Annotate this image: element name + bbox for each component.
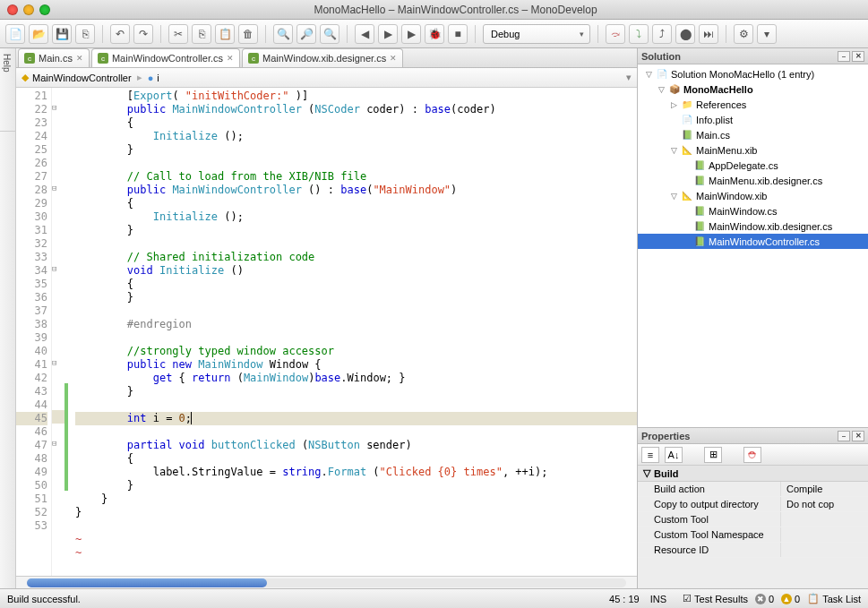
tree-node[interactable]: 📗Main.cs [638,127,868,142]
property-value[interactable] [781,512,868,527]
panel-close-button[interactable]: ✕ [852,51,864,62]
code-line[interactable]: { [75,116,637,130]
prop-alpha-icon[interactable]: A↓ [665,447,683,463]
debug-button[interactable]: 🐞 [425,24,444,44]
code-line[interactable]: } [75,143,637,157]
undo-button[interactable]: ↶ [110,24,130,44]
editor-tab[interactable]: cMainWindow.xib.designer.cs✕ [242,48,403,67]
expand-toggle-icon[interactable]: ▽ [669,146,678,155]
tree-node[interactable]: ▽📄Solution MonoMacHello (1 entry) [638,66,868,81]
redo-button[interactable]: ↷ [133,24,153,44]
continue-button[interactable]: ⏭ [699,24,718,44]
save-button[interactable]: 💾 [52,24,72,44]
open-button[interactable]: 📂 [29,24,48,44]
property-row[interactable]: Custom Tool Namespace [638,527,868,543]
delete-button[interactable]: 🗑 [238,24,258,44]
code-line[interactable]: } [75,479,637,492]
minimize-button[interactable] [23,4,34,15]
code-line[interactable] [75,398,637,412]
tool-button[interactable]: ⚙ [734,24,753,44]
property-row[interactable]: Resource ID [638,543,868,558]
panel-close-button[interactable]: ✕ [852,431,864,441]
code-line[interactable]: // Call to load from the XIB/NIB file [75,170,637,184]
property-value[interactable]: Do not cop [781,497,868,511]
tree-node[interactable]: ▽📦MonoMacHello [638,81,868,97]
code-line[interactable]: } [75,224,637,237]
solution-tree[interactable]: ▽📄Solution MonoMacHello (1 entry)▽📦MonoM… [638,64,868,427]
more-button[interactable]: ▾ [757,24,777,44]
horizontal-scrollbar[interactable] [16,576,637,588]
prop-category[interactable]: ▽Build [638,466,868,482]
panel-minimize-button[interactable]: – [838,51,850,62]
run-button[interactable]: ▶ [401,24,421,44]
code-line[interactable]: Initialize (); [75,130,637,143]
property-value[interactable] [781,543,868,557]
breadcrumb-member[interactable]: i [157,73,159,83]
step-over-button[interactable]: ⤼ [606,24,625,44]
tree-node[interactable]: 📗MainWindow.cs [638,203,868,218]
configuration-combo[interactable]: Debug [483,24,590,44]
fold-toggle[interactable]: ⊟ [52,437,64,450]
expand-toggle-icon[interactable]: ▽ [644,70,653,79]
editor-tab[interactable]: cMain.cs✕ [18,48,90,67]
code-line[interactable] [75,237,637,251]
replace-button[interactable]: 🔎 [296,24,316,44]
code-line[interactable]: [Export( "initWithCoder:" )] [75,90,637,103]
properties-grid[interactable]: Build actionCompileCopy to output direct… [638,482,868,588]
code-line[interactable] [75,157,637,170]
tree-node[interactable]: 📗MainMenu.xib.designer.cs [638,173,868,188]
cut-button[interactable]: ✂ [168,24,188,44]
code-line[interactable]: get { return (MainWindow)base.Window; } [75,372,637,385]
tree-node[interactable]: ▽📐MainWindow.xib [638,188,868,203]
step-into-button[interactable]: ⤵ [629,24,649,44]
code-line[interactable]: Initialize (); [75,210,637,224]
close-tab-icon[interactable]: ✕ [390,54,397,63]
property-row[interactable]: Build actionCompile [638,482,868,497]
step-out-button[interactable]: ⤴ [652,24,672,44]
code-line[interactable] [75,519,637,533]
zoom-button[interactable] [39,4,50,15]
close-tab-icon[interactable]: ✕ [227,54,234,63]
prop-categorized-icon[interactable]: ≡ [641,447,659,463]
code-line[interactable]: #endregion [75,318,637,331]
breadcrumb-class[interactable]: MainWindowController [32,73,132,83]
breadcrumb[interactable]: ◆MainWindowController ▸ ●i ▾ [16,68,637,88]
tree-node[interactable]: 📗AppDelegate.cs [638,158,868,173]
code-line[interactable]: label.StringValue = string.Format ("Clic… [75,466,637,479]
code-line[interactable]: { [75,278,637,291]
code-line[interactable] [75,331,637,345]
property-row[interactable]: Copy to output directoryDo not cop [638,497,868,512]
prop-help-icon[interactable]: ⛑ [743,447,761,463]
code-line[interactable] [75,304,637,318]
fold-toggle[interactable]: ⊟ [52,356,64,370]
code-line[interactable]: } [75,291,637,304]
code-editor[interactable]: 2122232425262728293031323334353637383940… [16,88,637,576]
close-button[interactable] [7,4,18,15]
pad-tab-help[interactable]: Help [0,48,13,132]
tree-node[interactable]: ▽📐MainMenu.xib [638,142,868,158]
code-line[interactable]: public new MainWindow Window { [75,358,637,372]
expand-toggle-icon[interactable]: ▽ [657,85,666,94]
task-list-pad[interactable]: 📋 Task List [807,593,861,604]
find-button[interactable]: 🔍 [273,24,293,44]
code-line[interactable]: { [75,452,637,466]
tree-node[interactable]: 📗MainWindow.xib.designer.cs [638,218,868,234]
property-value[interactable] [781,527,868,542]
editor-tab[interactable]: cMainWindowController.cs✕ [91,48,240,67]
nav-fwd-button[interactable]: ▶ [378,24,398,44]
breadcrumb-dropdown-icon[interactable]: ▾ [626,72,632,83]
breakpoint-button[interactable]: ⬤ [675,24,695,44]
copy-button[interactable]: ⎘ [192,24,211,44]
stop-button[interactable]: ■ [448,24,468,44]
code-line[interactable]: //strongly typed window accessor [75,345,637,358]
tree-node[interactable]: 📗MainWindowController.cs [638,234,868,249]
paste-button[interactable]: 📋 [215,24,235,44]
code-line[interactable]: public MainWindowController () : base("M… [75,184,637,197]
fold-toggle[interactable]: ⊟ [52,262,64,276]
save-all-button[interactable]: ⎘ [75,24,95,44]
code-line[interactable]: } [75,506,637,519]
code-line[interactable]: void Initialize () [75,264,637,278]
expand-toggle-icon[interactable]: ▽ [669,192,678,201]
panel-minimize-button[interactable]: – [838,431,850,441]
fold-toggle[interactable]: ⊟ [52,182,64,195]
